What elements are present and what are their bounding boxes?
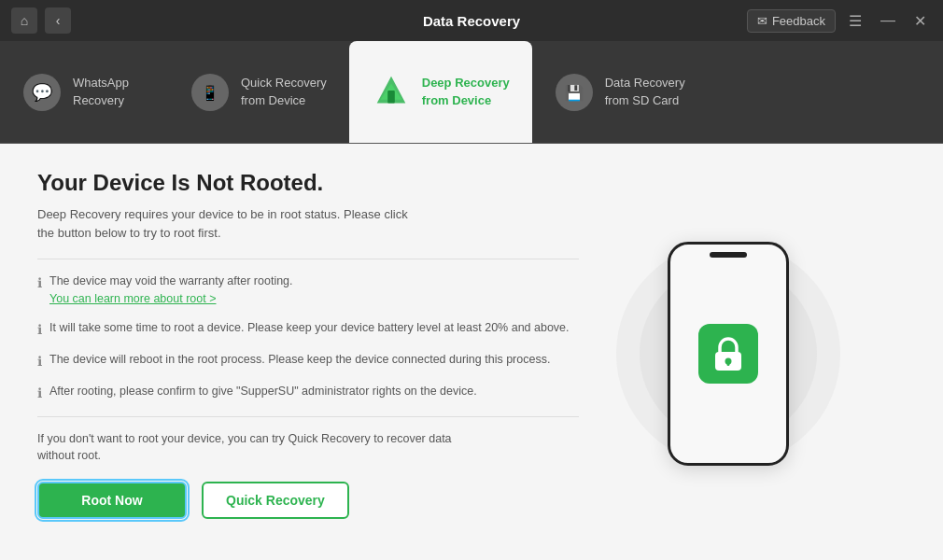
svg-text:💬: 💬 [32, 82, 53, 103]
info-icon-1: ℹ [37, 273, 42, 293]
sdcard-tab-icon: 💾 [555, 73, 594, 112]
list-item: ℹ It will take some time to root a devic… [37, 319, 579, 340]
phone-frame [668, 242, 789, 466]
buttons-row: Root Now Quick Recovery [37, 482, 579, 519]
list-item: ℹ The device may void the warranty after… [37, 273, 579, 308]
tab-deep-recovery[interactable]: Deep Recoveryfrom Device [349, 41, 532, 143]
learn-more-link[interactable]: You can learn more about root > [49, 290, 293, 308]
page-heading: Your Device Is Not Rooted. [37, 170, 579, 196]
bottom-note: If you don't want to root your device, y… [37, 416, 579, 466]
app-title: Data Recovery [423, 13, 520, 29]
quick-recovery-tab-label: Quick Recoveryfrom Device [241, 75, 327, 108]
info-icon-2: ℹ [37, 320, 42, 340]
tab-bar: 💬 WhatsAppRecovery 📱 Quick Recoveryfrom … [0, 41, 943, 144]
tab-quick-recovery[interactable]: 📱 Quick Recoveryfrom Device [168, 41, 349, 143]
title-bar-left: ⌂ ‹ [11, 7, 71, 34]
left-panel: Your Device Is Not Rooted. Deep Recovery… [37, 170, 579, 538]
sub-description: Deep Recovery requires your device to be… [37, 205, 579, 242]
deep-recovery-tab-icon [372, 73, 411, 112]
title-bar: ⌂ ‹ Data Recovery ✉ Feedback ☰ — ✕ [0, 0, 943, 41]
mail-icon: ✉ [757, 14, 767, 28]
svg-text:💾: 💾 [565, 84, 584, 102]
svg-text:📱: 📱 [201, 84, 219, 102]
phone-notch [710, 252, 747, 258]
phone-illustration [668, 242, 789, 466]
info-icon-4: ℹ [37, 384, 42, 403]
tab-whatsapp-recovery[interactable]: 💬 WhatsAppRecovery [0, 41, 168, 143]
whatsapp-tab-label: WhatsAppRecovery [73, 75, 129, 108]
menu-button[interactable]: ☰ [843, 10, 867, 32]
quick-recovery-tab-icon: 📱 [190, 73, 230, 112]
svg-rect-6 [387, 91, 395, 103]
lock-svg [711, 335, 745, 372]
whatsapp-tab-icon: 💬 [22, 73, 62, 112]
tab-sd-card-recovery[interactable]: 💾 Data Recoveryfrom SD Card [532, 41, 708, 143]
title-bar-right: ✉ Feedback ☰ — ✕ [747, 9, 932, 33]
svg-rect-11 [727, 361, 730, 366]
info-icon-3: ℹ [37, 352, 42, 371]
info-text-1: The device may void the warranty after r… [49, 273, 293, 308]
lock-icon [698, 324, 758, 384]
quick-recovery-button[interactable]: Quick Recovery [202, 482, 349, 519]
home-button[interactable]: ⌂ [11, 7, 37, 34]
close-button[interactable]: ✕ [908, 10, 932, 32]
divider-top [37, 259, 579, 259]
feedback-button[interactable]: ✉ Feedback [747, 9, 836, 33]
list-item: ℹ After rooting, please confirm to give … [37, 383, 579, 403]
info-list: ℹ The device may void the warranty after… [37, 273, 579, 403]
main-content: Your Device Is Not Rooted. Deep Recovery… [0, 144, 943, 560]
deep-recovery-tab-label: Deep Recoveryfrom Device [422, 75, 510, 108]
list-item: ℹ The device will reboot in the root pro… [37, 351, 579, 371]
sdcard-tab-label: Data Recoveryfrom SD Card [605, 75, 685, 108]
minimize-button[interactable]: — [875, 10, 901, 31]
root-now-button[interactable]: Root Now [37, 482, 187, 519]
right-panel [598, 170, 859, 538]
back-button[interactable]: ‹ [45, 7, 71, 34]
feedback-label: Feedback [772, 14, 825, 28]
